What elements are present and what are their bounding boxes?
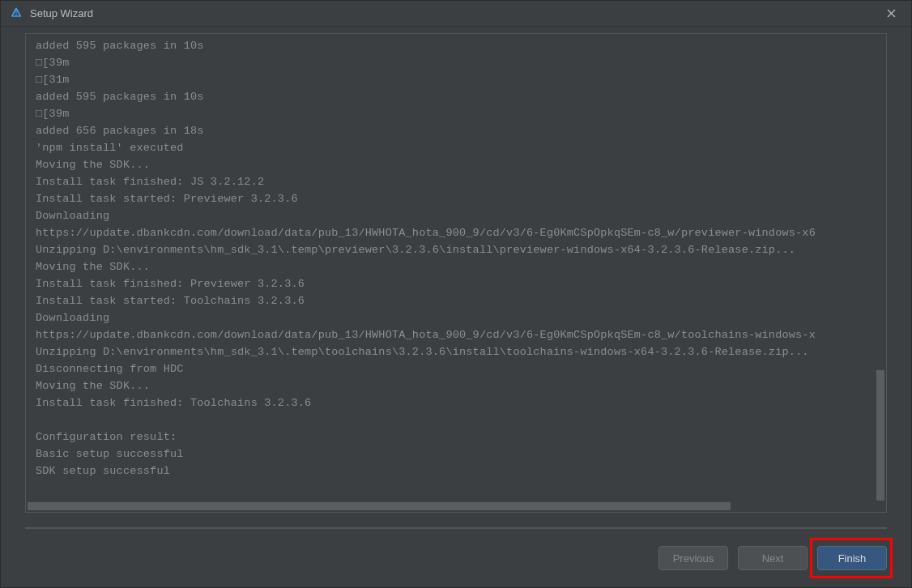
install-log-panel: added 595 packages in 10s □[39m□[31madde… [25, 33, 887, 513]
log-line: added 595 packages in 10s [36, 88, 884, 105]
log-line: Downloading [36, 309, 884, 326]
close-icon[interactable] [879, 2, 903, 26]
log-line: Install task finished: JS 3.2.12.2 [36, 173, 884, 190]
log-line: Unzipping D:\environments\hm_sdk_3.1\.te… [36, 343, 884, 360]
log-line: Install task finished: Previewer 3.2.3.6 [36, 275, 884, 292]
vertical-scrollbar-thumb[interactable] [876, 370, 884, 501]
next-button[interactable]: Next [738, 546, 808, 570]
log-line: https://update.dbankcdn.com/download/dat… [36, 224, 884, 241]
finish-button[interactable]: Finish [817, 546, 887, 570]
install-log-text: added 595 packages in 10s □[39m□[31madde… [36, 37, 884, 479]
log-line: added 595 packages in 10s [36, 37, 884, 54]
content-area: added 595 packages in 10s □[39m□[31madde… [1, 27, 911, 537]
vertical-scrollbar[interactable] [876, 36, 884, 501]
log-line: Install task started: Toolchains 3.2.3.6 [36, 292, 884, 309]
log-line: added 656 packages in 18s [36, 122, 884, 139]
log-line: Configuration result: [36, 428, 884, 445]
setup-wizard-window: Setup Wizard added 595 packages in 10s □… [0, 0, 912, 588]
log-line [36, 411, 884, 428]
log-line: https://update.dbankcdn.com/download/dat… [36, 326, 884, 343]
app-icon [9, 6, 23, 21]
log-line: Moving the SDK... [36, 156, 884, 173]
log-line: Unzipping D:\environments\hm_sdk_3.1\.te… [36, 241, 884, 258]
log-line: □[39m [36, 105, 884, 122]
log-line: Downloading [36, 207, 884, 224]
log-line: Moving the SDK... [36, 258, 884, 275]
log-line: Install task finished: Toolchains 3.2.3.… [36, 394, 884, 411]
footer-buttons: Previous Next Finish [1, 537, 911, 587]
horizontal-scrollbar[interactable] [28, 502, 884, 510]
log-line: □[39m [36, 54, 884, 71]
log-line: Moving the SDK... [36, 377, 884, 394]
log-line: SDK setup successful [36, 462, 884, 479]
log-line: □[31m [36, 71, 884, 88]
log-line: Install task started: Previewer 3.2.3.6 [36, 190, 884, 207]
log-line: Disconnecting from HDC [36, 360, 884, 377]
previous-button[interactable]: Previous [658, 546, 728, 570]
separator-line [25, 527, 887, 529]
titlebar: Setup Wizard [1, 1, 911, 27]
window-title: Setup Wizard [30, 7, 879, 19]
horizontal-scrollbar-thumb[interactable] [28, 502, 731, 510]
log-line: Basic setup successful [36, 445, 884, 462]
log-line: 'npm install' executed [36, 139, 884, 156]
